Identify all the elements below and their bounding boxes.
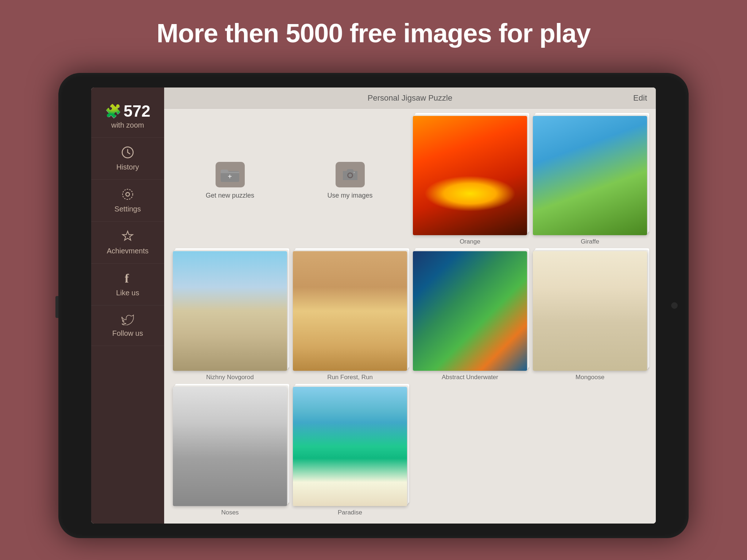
puzzle-grid: + Get new puzzles Us <box>164 109 656 524</box>
settings-label: Settings <box>115 205 141 213</box>
follow-label: Follow us <box>112 329 143 338</box>
sidebar-item-history[interactable]: History <box>91 138 164 180</box>
top-bar: Personal Jigsaw Puzzle Edit <box>164 88 656 109</box>
noses-label: Noses <box>221 509 239 516</box>
photo-tile-abstract[interactable]: Abstract Underwater <box>413 251 527 381</box>
photo-tile-giraffe[interactable]: Giraffe <box>533 116 647 245</box>
svg-point-4 <box>123 189 133 199</box>
svg-text:f: f <box>125 272 129 285</box>
mongoose-label: Mongoose <box>576 374 604 381</box>
sidebar-item-follow[interactable]: Follow us <box>91 306 164 346</box>
puzzle-icon: 🧩 <box>105 104 121 119</box>
tablet-frame: 🧩 572 with zoom History <box>58 73 689 538</box>
photo-tile-mongoose[interactable]: Mongoose <box>533 251 647 381</box>
puzzle-count-number: 572 <box>124 102 150 120</box>
tablet-side-button <box>55 296 58 318</box>
photo-mongoose-main <box>533 251 647 370</box>
svg-point-10 <box>348 174 352 177</box>
main-content: Personal Jigsaw Puzzle Edit + Get new p <box>164 88 656 524</box>
forest-label: Run Forest, Run <box>327 374 373 381</box>
use-images-icon-box <box>336 162 365 187</box>
svg-marker-5 <box>123 231 133 240</box>
achievements-label: Achievments <box>107 247 149 255</box>
sidebar: 🧩 572 with zoom History <box>91 88 164 524</box>
photo-noses-main <box>173 387 287 506</box>
paradise-label: Paradise <box>338 509 362 516</box>
svg-point-3 <box>126 192 129 196</box>
nizhny-label: Nizhny Novgorod <box>206 374 253 381</box>
like-label: Like us <box>116 289 139 297</box>
orange-label: Orange <box>460 238 480 245</box>
clock-icon <box>121 146 134 161</box>
star-icon <box>121 230 134 245</box>
sidebar-item-settings[interactable]: Settings <box>91 180 164 222</box>
sidebar-item-like[interactable]: f Like us <box>91 264 164 306</box>
empty-cell-2 <box>533 387 647 516</box>
photo-giraffe-main <box>533 116 647 235</box>
tablet-screen: 🧩 572 with zoom History <box>91 88 656 524</box>
app-title: Personal Jigsaw Puzzle <box>368 93 452 103</box>
photo-tile-paradise[interactable]: Paradise <box>293 387 407 516</box>
photo-tile-orange[interactable]: Orange <box>413 116 527 245</box>
edit-button[interactable]: Edit <box>633 93 647 103</box>
history-label: History <box>116 163 139 171</box>
svg-text:+: + <box>228 172 232 180</box>
photo-orange-main <box>413 116 527 235</box>
svg-line-2 <box>128 152 130 154</box>
puzzle-count-item[interactable]: 🧩 572 with zoom <box>91 95 164 138</box>
use-my-images-tile[interactable]: Use my images <box>293 116 407 245</box>
get-new-puzzles-tile[interactable]: + Get new puzzles <box>173 116 287 245</box>
use-images-label: Use my images <box>327 192 372 199</box>
twitter-icon <box>121 314 134 327</box>
photo-abstract-main <box>413 251 527 370</box>
get-new-icon-box: + <box>216 162 245 187</box>
puzzle-count-sublabel: with zoom <box>111 121 144 129</box>
tablet-camera <box>671 302 678 309</box>
photo-tile-noses[interactable]: Noses <box>173 387 287 516</box>
get-new-label: Get new puzzles <box>206 192 254 199</box>
photo-nizhny-main <box>173 251 287 370</box>
photo-forest-main <box>293 251 407 370</box>
photo-tile-nizhny[interactable]: Nizhny Novgorod <box>173 251 287 381</box>
empty-cell-1 <box>413 387 527 516</box>
abstract-label: Abstract Underwater <box>442 374 498 381</box>
page-headline: More then 5000 free images for play <box>0 0 747 63</box>
photo-tile-forest[interactable]: Run Forest, Run <box>293 251 407 381</box>
sidebar-item-achievements[interactable]: Achievments <box>91 222 164 264</box>
gear-icon <box>121 188 134 203</box>
svg-point-11 <box>353 172 355 173</box>
giraffe-label: Giraffe <box>581 238 599 245</box>
facebook-icon: f <box>121 272 134 287</box>
photo-paradise-main <box>293 387 407 506</box>
